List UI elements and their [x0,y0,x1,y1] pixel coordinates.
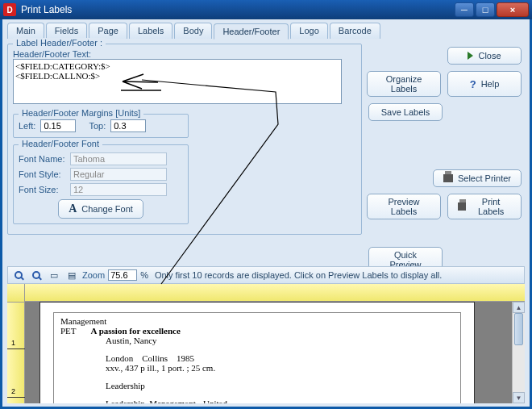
help-button[interactable]: ? Help [447,71,522,97]
client-area: Main Fields Page Labels Body Header/Foot… [0,19,532,409]
font-icon: A [69,202,77,215]
zoom-in-icon [15,271,23,279]
organize-labels-button[interactable]: Organize Labels [367,71,441,97]
tab-labels[interactable]: Labels [129,23,172,39]
top-margin-label: Top: [89,121,106,131]
record-subject1: Leadership [106,381,454,390]
left-panel: Label Header/Footer : Header/Footer Text… [7,42,362,236]
preview-record: Management PET A passion for excellence … [60,316,454,403]
minimize-button[interactable]: ─ [455,2,474,17]
print-labels-label: Print Labels [471,197,511,216]
font-legend: Header/Footer Font [19,139,102,148]
font-name-field [70,152,167,165]
preview-page: Management PET A passion for excellence … [39,302,475,403]
zoom-input[interactable] [108,269,137,281]
close-label: Close [478,51,501,61]
record-title: A passion for excellence [91,326,181,336]
select-printer-label: Select Printer [458,173,511,183]
vertical-ruler: 1 2 [7,284,25,403]
zoom-label: Zoom [82,270,105,280]
font-style-label: Font Style: [19,169,65,179]
top-margin-input[interactable] [110,119,146,132]
close-button[interactable]: Close [447,47,522,65]
group-label-header-footer: Label Header/Footer : Header/Footer Text… [7,44,362,235]
left-margin-label: Left: [19,121,35,131]
app-icon: D [3,3,16,16]
window-close-button[interactable]: × [497,2,529,17]
zoom-in-button[interactable] [11,268,26,282]
zoom-suffix: % [140,270,148,280]
vertical-scrollbar[interactable]: ▲ ▼ [512,302,525,403]
record-publisher: Collins [142,353,168,363]
tab-page[interactable]: Page [89,23,127,39]
change-font-button[interactable]: A Change Font [58,199,143,219]
tab-barcode[interactable]: Barcode [330,23,380,39]
tab-header-footer[interactable]: Header/Footer [214,23,289,40]
printer-icon-2 [458,202,466,211]
scroll-up-button[interactable]: ▲ [513,302,525,313]
margins-legend: Header/Footer Margins [Units] [19,108,143,118]
preview-viewport: Management PET A passion for excellence … [25,284,525,403]
record-collation: xxv., 437 p ill., 1 port. ; 25 cm. [106,363,454,373]
record-pub-place: London [106,353,133,363]
font-name-label: Font Name: [19,154,65,164]
help-icon: ? [470,78,476,90]
font-size-label: Font Size: [19,185,65,194]
scroll-down-button[interactable]: ▼ [513,392,525,403]
left-margin-input[interactable] [40,119,76,132]
title-bar: D Print Labels ─ □ × [0,0,532,19]
close-icon: × [510,5,515,15]
record-callno: PET [60,326,77,336]
printer-icon [443,174,453,182]
record-category: Management [60,316,454,326]
maximize-button[interactable]: □ [476,2,495,17]
header-footer-text-input[interactable] [13,59,342,104]
zoom-out-button[interactable] [29,268,44,282]
tab-fields[interactable]: Fields [46,23,87,39]
group-legend: Label Header/Footer : [13,38,106,48]
select-printer-button[interactable]: Select Printer [433,169,522,187]
print-labels-button[interactable]: Print Labels [447,194,522,219]
page-scroll[interactable]: Management PET A passion for excellence … [25,302,512,403]
tab-body[interactable]: Body [174,23,212,39]
preview-toolbar: ▭ ▤ Zoom % Only first 10 records are dis… [7,266,525,284]
scroll-thumb[interactable] [514,313,523,345]
toolbar-button-3[interactable]: ▭ [47,268,61,282]
preview-area: 1 2 Management PET A passion for excelle… [7,284,525,403]
horizontal-ruler [25,284,525,302]
zoom-out-icon [32,271,40,279]
record-author: Austin, Nancy [106,336,454,345]
tab-logo[interactable]: Logo [290,23,327,39]
window-title: Print Labels [21,4,453,15]
tab-main[interactable]: Main [7,23,44,39]
toolbar-status: Only first 10 records are displayed. Cli… [155,270,442,280]
group-font: Header/Footer Font Font Name: Font Style… [13,144,189,224]
header-text-label: Header/Footer Text: [13,49,91,59]
group-margins: Header/Footer Margins [Units] Left: Top: [13,114,189,138]
toolbar-button-4[interactable]: ▤ [64,268,79,282]
record-year: 1985 [177,353,194,363]
change-font-label: Change Font [81,204,133,214]
font-size-field [70,183,167,196]
tab-bar: Main Fields Page Labels Body Header/Foot… [2,19,530,39]
help-label: Help [481,79,500,89]
save-labels-button[interactable]: Save Labels [368,103,443,121]
main-area: Label Header/Footer : Header/Footer Text… [7,42,525,407]
right-panel: Close Organize Labels ? Help Save Labels… [372,47,525,273]
arrow-right-icon [468,52,473,60]
font-style-field [70,168,167,181]
preview-labels-button[interactable]: Preview Labels [367,194,441,219]
record-subject2: Leadership. Management - United States. … [106,399,251,403]
